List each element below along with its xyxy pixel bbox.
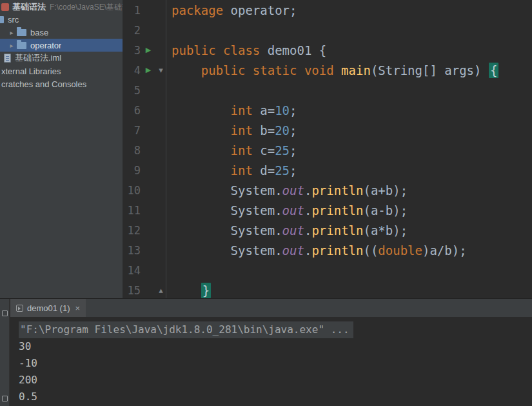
code-token: [172, 163, 231, 178]
editor-line: 11 System.out.println(a-b);: [123, 200, 532, 220]
fold-slot[interactable]: [156, 260, 166, 280]
chevron-right-icon[interactable]: ▸: [6, 42, 17, 49]
tree-item[interactable]: 基础语法.iml: [0, 52, 123, 65]
tree-item-label: operator: [30, 41, 61, 50]
code-text[interactable]: public static void main(String[] args) {: [166, 63, 498, 77]
code-token: System.: [172, 203, 282, 218]
code-token: package: [172, 3, 223, 17]
fold-slot[interactable]: [156, 0, 166, 20]
tree-item[interactable]: xternal Libraries: [0, 65, 123, 77]
line-number: 12: [123, 224, 141, 237]
fold-slot[interactable]: [156, 140, 166, 160]
code-token: int: [231, 163, 253, 178]
code-token: println: [311, 223, 363, 238]
line-number: 6: [123, 104, 141, 117]
code-text[interactable]: public class demo01 {: [166, 43, 326, 57]
code-text[interactable]: }: [166, 283, 211, 298]
code-token: {: [489, 63, 498, 78]
tree-item[interactable]: src: [0, 13, 123, 26]
close-icon[interactable]: ×: [74, 304, 80, 312]
code-text[interactable]: System.out.println(a*b);: [166, 223, 408, 238]
console-line: -10: [19, 355, 532, 372]
run-line-icon[interactable]: ▶: [146, 46, 151, 54]
fold-slot[interactable]: [156, 20, 166, 40]
code-text[interactable]: int d=25;: [166, 163, 297, 178]
code-token: println: [311, 243, 363, 258]
code-token: println: [311, 183, 363, 198]
code-token: (a+b);: [363, 183, 408, 198]
console-output[interactable]: "F:\Program Files\Java\jdk1.8.0_281\bin\…: [10, 317, 532, 406]
tree-item[interactable]: ▸operator: [0, 39, 123, 52]
code-token: operator;: [223, 3, 297, 17]
tool-window-stripe: [0, 299, 10, 406]
project-path: F:\code\JavaSE\基础语法: [50, 2, 123, 13]
editor-line: 3▶public class demo01 {: [123, 40, 532, 60]
gutter-icon-slot[interactable]: ▶: [141, 66, 156, 74]
editor-lines: 1package operator;23▶public class demo01…: [123, 0, 532, 298]
code-token: ((: [363, 243, 378, 258]
code-text[interactable]: int c=25;: [166, 143, 297, 157]
tree-item-label: src: [8, 15, 19, 25]
fold-slot[interactable]: [156, 40, 166, 60]
code-token: 25: [275, 163, 290, 178]
code-token: int: [231, 103, 253, 117]
console-tab-icon: [16, 305, 23, 312]
code-token: .: [304, 183, 311, 198]
code-token: .: [304, 203, 311, 218]
chevron-right-icon[interactable]: ▸: [6, 29, 17, 36]
fold-slot[interactable]: [156, 80, 166, 100]
tree-item[interactable]: cratches and Consoles: [0, 77, 123, 90]
fold-slot[interactable]: ▴: [156, 280, 166, 298]
code-token: c=: [253, 143, 275, 157]
console-line: 30: [19, 338, 532, 355]
code-token: [172, 283, 201, 298]
tree-item[interactable]: ▸base: [0, 26, 123, 39]
gutter-icon-slot[interactable]: ▶: [141, 46, 156, 54]
fold-slot[interactable]: [156, 100, 166, 120]
editor-line: 13 System.out.println((double)a/b);: [123, 240, 532, 260]
fold-top-icon[interactable]: ▾: [159, 65, 163, 75]
fold-slot[interactable]: [156, 160, 166, 180]
fold-slot[interactable]: [156, 240, 166, 260]
editor-line: 10 System.out.println(a+b);: [123, 180, 532, 200]
code-text[interactable]: int b=20;: [166, 123, 297, 137]
tool-stripe-icon-top[interactable]: [2, 310, 8, 316]
fold-slot[interactable]: [156, 220, 166, 240]
code-token: out: [282, 223, 304, 238]
project-panel: 基础语法 F:\code\JavaSE\基础语法 src▸base▸operat…: [0, 0, 123, 298]
folder-icon: [17, 29, 26, 36]
code-token: .: [304, 243, 311, 258]
line-number: 2: [123, 24, 141, 37]
code-token: int: [231, 143, 253, 157]
file-icon: [4, 54, 11, 63]
fold-bottom-icon[interactable]: ▴: [159, 285, 163, 295]
fold-slot[interactable]: [156, 120, 166, 140]
line-number: 15: [123, 284, 141, 297]
project-tree: src▸base▸operator基础语法.imlxternal Librari…: [0, 13, 123, 90]
tree-item-label: 基础语法.iml: [15, 52, 61, 64]
code-text[interactable]: System.out.println(a+b);: [166, 183, 408, 198]
code-text[interactable]: System.out.println((double)a/b);: [166, 243, 467, 258]
code-token: public static void: [201, 63, 334, 77]
fold-slot[interactable]: [156, 180, 166, 200]
project-title-row: 基础语法 F:\code\JavaSE\基础语法: [0, 0, 123, 13]
fold-slot[interactable]: ▾: [156, 60, 166, 80]
code-token: System.: [172, 243, 282, 258]
editor-line: 8 int c=25;: [123, 140, 532, 160]
editor-line: 15▴ }: [123, 280, 532, 298]
console-tab[interactable]: demo01 (1) ×: [10, 299, 86, 317]
editor-line: 2: [123, 20, 532, 40]
code-token: out: [282, 243, 304, 258]
code-token: println: [311, 203, 363, 218]
code-token: int: [231, 123, 253, 137]
fold-slot[interactable]: [156, 200, 166, 220]
code-text[interactable]: int a=10;: [166, 103, 297, 117]
code-text[interactable]: System.out.println(a-b);: [166, 203, 408, 218]
run-line-icon[interactable]: ▶: [146, 66, 151, 74]
code-token: [172, 143, 231, 157]
tool-stripe-icon-bottom[interactable]: [2, 396, 8, 401]
editor[interactable]: 1package operator;23▶public class demo01…: [123, 0, 532, 298]
code-token: (String[] args): [371, 63, 489, 77]
code-text[interactable]: package operator;: [166, 3, 297, 17]
line-number: 13: [123, 244, 141, 257]
